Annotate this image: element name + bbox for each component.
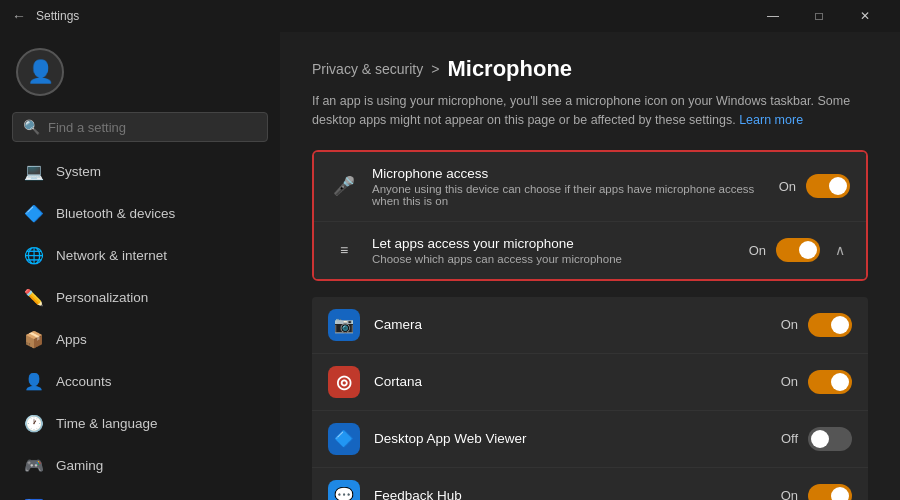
search-box[interactable]: 🔍 (12, 112, 268, 142)
cortana-row: ◎ Cortana On (312, 354, 868, 411)
minimize-button[interactable]: — (750, 0, 796, 32)
sidebar: 👤 🔍 💻 System 🔷 Bluetooth & devices 🌐 Net… (0, 32, 280, 500)
bluetooth-icon: 🔷 (24, 203, 44, 223)
feedback-hub-name: Feedback Hub (374, 488, 767, 500)
sidebar-header: 👤 (0, 32, 280, 104)
sidebar-item-accessibility[interactable]: ♿ Accessibility (8, 487, 272, 500)
search-icon: 🔍 (23, 119, 40, 135)
sidebar-item-personalization[interactable]: ✏️ Personalization (8, 277, 272, 317)
maximize-button[interactable]: □ (796, 0, 842, 32)
desktop-app-icon: 🔷 (328, 423, 360, 455)
toggle-knob-2 (799, 241, 817, 259)
sidebar-item-label-system: System (56, 164, 101, 179)
sidebar-item-system[interactable]: 💻 System (8, 151, 272, 191)
desktop-app-right: Off (781, 427, 852, 451)
breadcrumb: Privacy & security > Microphone (312, 56, 868, 82)
titlebar: ← Settings — □ ✕ (0, 0, 900, 32)
system-icon: 💻 (24, 161, 44, 181)
cortana-status: On (781, 374, 798, 389)
breadcrumb-chevron: > (431, 61, 439, 77)
camera-app-icon: 📷 (328, 309, 360, 341)
sidebar-item-label-personalization: Personalization (56, 290, 148, 305)
microphone-access-row: 🎤 Microphone access Anyone using this de… (314, 152, 866, 222)
let-apps-access-desc: Choose which apps can access your microp… (372, 253, 735, 265)
sidebar-item-label-accounts: Accounts (56, 374, 112, 389)
cortana-toggle[interactable] (808, 370, 852, 394)
microphone-access-toggle[interactable] (806, 174, 850, 198)
desktop-app-row: 🔷 Desktop App Web Viewer Off (312, 411, 868, 468)
app-rows-container: 📷 Camera On ◎ Cortana On (312, 297, 868, 501)
microphone-access-status: On (779, 179, 796, 194)
sidebar-item-gaming[interactable]: 🎮 Gaming (8, 445, 272, 485)
camera-toggle[interactable] (808, 313, 852, 337)
time-icon: 🕐 (24, 413, 44, 433)
breadcrumb-parent: Privacy & security (312, 61, 423, 77)
search-input[interactable] (48, 120, 257, 135)
microphone-access-desc: Anyone using this device can choose if t… (372, 183, 765, 207)
let-apps-access-row: ≡ Let apps access your microphone Choose… (314, 222, 866, 279)
apps-mic-icon: ≡ (330, 236, 358, 264)
let-apps-access-status: On (749, 243, 766, 258)
highlighted-settings-section: 🎤 Microphone access Anyone using this de… (312, 150, 868, 281)
breadcrumb-current: Microphone (447, 56, 572, 82)
gaming-icon: 🎮 (24, 455, 44, 475)
feedback-hub-right: On (781, 484, 852, 501)
close-button[interactable]: ✕ (842, 0, 888, 32)
let-apps-access-title: Let apps access your microphone (372, 236, 735, 251)
feedback-hub-toggle[interactable] (808, 484, 852, 501)
sidebar-item-label-time: Time & language (56, 416, 158, 431)
let-apps-access-toggle[interactable] (776, 238, 820, 262)
sidebar-item-bluetooth[interactable]: 🔷 Bluetooth & devices (8, 193, 272, 233)
chevron-up-icon[interactable]: ∧ (830, 242, 850, 258)
feedback-hub-icon: 💬 (328, 480, 360, 501)
sidebar-item-accounts[interactable]: 👤 Accounts (8, 361, 272, 401)
toggle-knob (829, 177, 847, 195)
let-apps-access-right: On ∧ (749, 238, 850, 262)
network-icon: 🌐 (24, 245, 44, 265)
camera-right: On (781, 313, 852, 337)
back-icon[interactable]: ← (12, 8, 28, 24)
let-apps-access-text: Let apps access your microphone Choose w… (372, 236, 735, 265)
learn-more-link[interactable]: Learn more (739, 113, 803, 127)
camera-app-name: Camera (374, 317, 767, 332)
microphone-access-right: On (779, 174, 850, 198)
sidebar-item-network[interactable]: 🌐 Network & internet (8, 235, 272, 275)
page-description: If an app is using your microphone, you'… (312, 92, 868, 130)
desktop-app-status: Off (781, 431, 798, 446)
desktop-app-toggle[interactable] (808, 427, 852, 451)
sidebar-item-label-apps: Apps (56, 332, 87, 347)
avatar[interactable]: 👤 (16, 48, 64, 96)
apps-icon: 📦 (24, 329, 44, 349)
sidebar-item-label-gaming: Gaming (56, 458, 103, 473)
microphone-access-text: Microphone access Anyone using this devi… (372, 166, 765, 207)
sidebar-item-label-network: Network & internet (56, 248, 167, 263)
microphone-icon: 🎤 (330, 172, 358, 200)
feedback-hub-status: On (781, 488, 798, 500)
sidebar-item-label-bluetooth: Bluetooth & devices (56, 206, 175, 221)
cortana-right: On (781, 370, 852, 394)
main-content: Privacy & security > Microphone If an ap… (280, 32, 900, 500)
sidebar-item-time[interactable]: 🕐 Time & language (8, 403, 272, 443)
personalization-icon: ✏️ (24, 287, 44, 307)
titlebar-controls: — □ ✕ (750, 0, 888, 32)
microphone-access-title: Microphone access (372, 166, 765, 181)
app-body: 👤 🔍 💻 System 🔷 Bluetooth & devices 🌐 Net… (0, 32, 900, 500)
feedback-hub-row: 💬 Feedback Hub On (312, 468, 868, 501)
camera-status: On (781, 317, 798, 332)
sidebar-item-apps[interactable]: 📦 Apps (8, 319, 272, 359)
cortana-app-icon: ◎ (328, 366, 360, 398)
accounts-icon: 👤 (24, 371, 44, 391)
cortana-app-name: Cortana (374, 374, 767, 389)
desktop-app-name: Desktop App Web Viewer (374, 431, 767, 446)
titlebar-left: ← Settings (12, 8, 750, 24)
camera-row: 📷 Camera On (312, 297, 868, 354)
titlebar-title: Settings (36, 9, 79, 23)
